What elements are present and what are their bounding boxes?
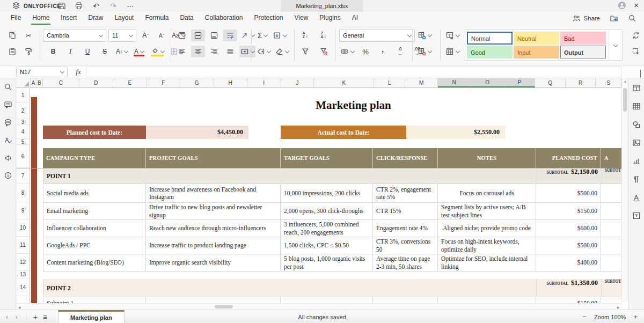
row-header-8[interactable]: 8	[16, 183, 30, 202]
data-cell[interactable]: Increase brand awareness on Facebook and…	[146, 184, 281, 203]
spellcheck-panel-button[interactable]	[3, 135, 13, 145]
menu-tab-protection[interactable]: Protection	[253, 12, 284, 25]
data-cell[interactable]: CTR 2%, engagement rate 5%	[373, 184, 438, 203]
close-button[interactable]: ×	[634, 1, 639, 10]
paragraph-settings-button[interactable]	[631, 174, 642, 185]
data-cell[interactable]: 5 blog posts, 1,000 organic visits per p…	[281, 254, 373, 271]
data-cell[interactable]: Influencer collaboration	[43, 220, 146, 237]
conditional-formatting-button[interactable]	[444, 30, 460, 41]
cell-style-bad[interactable]: Bad	[560, 32, 606, 45]
row-header-9[interactable]: 9	[16, 202, 30, 219]
fill-color-button[interactable]	[149, 46, 165, 57]
italic-button[interactable]: I	[63, 46, 77, 57]
menu-tab-file[interactable]: File	[10, 12, 22, 25]
menu-tab-draw[interactable]: Draw	[87, 12, 104, 25]
data-cell[interactable]: $500.00	[536, 184, 601, 203]
zoom-out-button[interactable]: −	[583, 313, 587, 321]
column-header-C[interactable]: C	[43, 78, 79, 87]
decrease-decimal-button[interactable]: .0←	[393, 46, 407, 57]
actual-cost-label-cell[interactable]: Actual cost to Date:	[281, 126, 406, 139]
sheet-tab-marketing-plan[interactable]: Marketing plan	[58, 310, 125, 323]
comma-style-button[interactable]: ,	[376, 46, 390, 57]
column-header-O[interactable]: O	[471, 78, 504, 87]
number-format-select[interactable]: General	[339, 29, 415, 42]
copy-button[interactable]	[5, 30, 19, 41]
data-cell[interactable]: Average time on page 2-3 min, 50 shares	[373, 254, 438, 271]
row-header-13[interactable]: 13	[16, 271, 30, 278]
menu-tab-plugins[interactable]: Plugins	[318, 12, 341, 25]
data-cell[interactable]: Segment lists by active users; A/B test …	[438, 203, 536, 220]
valign-middle-button[interactable]	[191, 30, 205, 41]
bold-button[interactable]: B	[46, 46, 60, 57]
fill-button[interactable]	[272, 30, 288, 41]
sheet-list-button[interactable]: ≡	[40, 310, 50, 323]
section-label-cell[interactable]: POINT 2	[43, 279, 536, 297]
section-subtotal-cell[interactable]: SUBTOTAL$2,150.00	[536, 168, 601, 183]
column-title-cell[interactable]: CAMPAIGN TYPE	[43, 148, 146, 168]
empty-cell[interactable]	[601, 203, 621, 220]
column-header-G[interactable]: G	[180, 78, 214, 87]
print-button[interactable]	[73, 1, 85, 11]
row-header-1[interactable]: 1	[16, 88, 30, 102]
data-cell[interactable]: GoogleAds / PPC	[43, 237, 146, 254]
document-title-tab[interactable]: Marketing_plan.xlsx	[281, 0, 363, 12]
feedback-panel-button[interactable]	[3, 152, 13, 163]
row-header-10[interactable]: 10	[16, 219, 30, 237]
planned-cost-value-cell[interactable]: $4,450.00	[146, 126, 248, 139]
customize-quick-access-button[interactable]: ⋯	[125, 1, 136, 11]
align-right-button[interactable]	[207, 46, 221, 57]
data-cell[interactable]: Drive traffic to new blog posts and news…	[146, 203, 281, 220]
row-header-11[interactable]: 11	[16, 237, 30, 254]
horizontal-scrollbar[interactable]: ◀ ▶	[16, 303, 621, 310]
column-title-cell[interactable]: PLANNED COST	[536, 148, 601, 168]
name-box[interactable]: N17	[16, 67, 68, 77]
menu-tab-insert[interactable]: Insert	[60, 12, 78, 25]
section-subtotal-cell[interactable]: SUBTOTAL$1,350.00	[536, 279, 601, 297]
table-settings-button[interactable]	[631, 101, 642, 112]
row-header-4[interactable]: 4	[16, 125, 30, 139]
column-header-K[interactable]: K	[314, 78, 374, 87]
justify-button[interactable]	[223, 46, 237, 57]
subscript-button[interactable]: A1	[115, 46, 129, 57]
comments-panel-button[interactable]	[3, 99, 13, 110]
data-cell[interactable]: Social media ads	[43, 184, 146, 203]
empty-cell[interactable]	[601, 237, 621, 254]
zoom-in-button[interactable]: +	[633, 313, 638, 321]
format-as-table-button[interactable]	[444, 46, 460, 57]
add-sheet-button[interactable]: +	[31, 310, 40, 323]
empty-cell[interactable]	[601, 220, 621, 237]
insert-function-button[interactable]: fx	[72, 67, 85, 77]
next-sheet-button[interactable]: ›	[12, 310, 21, 323]
sheet-canvas[interactable]: Marketing plan Planned cost to Date: $4,…	[30, 88, 621, 303]
empty-cell[interactable]	[601, 297, 621, 303]
share-button[interactable]: Share	[572, 14, 600, 23]
percent-style-button[interactable]: %	[358, 46, 372, 57]
save-button[interactable]	[56, 1, 68, 11]
merge-cells-button[interactable]	[239, 46, 255, 57]
cell-style-good[interactable]: Good	[467, 46, 513, 58]
prev-sheet-button[interactable]: ‹	[2, 310, 12, 323]
sort-descending-button[interactable]: ZA↓	[317, 30, 331, 41]
shape-settings-button[interactable]	[631, 119, 642, 130]
strikethrough-button[interactable]: S	[98, 46, 112, 57]
column-header-L[interactable]: L	[374, 78, 405, 87]
row-header-6[interactable]: 6	[16, 145, 30, 168]
increase-font-button[interactable]: Aˆ	[138, 30, 152, 41]
section-subtotal-clipped-cell[interactable]: SUBTOT	[601, 279, 621, 297]
align-left-button[interactable]	[175, 46, 189, 57]
accounting-style-button[interactable]	[339, 46, 355, 57]
menu-tab-home[interactable]: Home	[31, 12, 50, 25]
underline-button[interactable]: U	[80, 46, 94, 57]
textart-settings-button[interactable]	[631, 192, 642, 203]
undo-button[interactable]: ↶	[90, 1, 102, 11]
sheet-title-cell[interactable]: Marketing plan	[43, 99, 621, 112]
orientation-button[interactable]	[239, 30, 255, 41]
valign-top-button[interactable]	[175, 30, 189, 41]
accent-bar-cell[interactable]	[31, 97, 37, 303]
sort-ascending-button[interactable]: AZ↓	[298, 30, 312, 41]
menu-tab-view[interactable]: View	[294, 12, 310, 25]
column-header-N[interactable]: N	[438, 78, 471, 87]
data-cell[interactable]: Email marketing	[43, 203, 146, 220]
data-cell[interactable]: Improve organic search visibility	[146, 254, 281, 271]
menu-tab-ai[interactable]: AI	[351, 12, 359, 25]
